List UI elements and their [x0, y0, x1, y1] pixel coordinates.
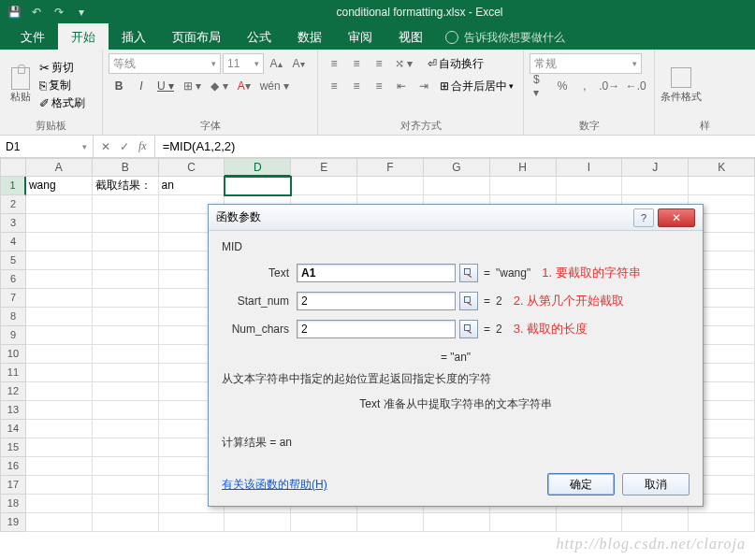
row-header-6[interactable]: 6 — [0, 270, 26, 289]
cell-A10[interactable] — [26, 345, 93, 364]
col-header-K[interactable]: K — [689, 158, 755, 177]
row-header-16[interactable]: 16 — [0, 457, 26, 476]
name-box[interactable]: D1▾ — [0, 136, 94, 157]
dialog-titlebar[interactable]: 函数参数 ? ✕ — [209, 205, 703, 231]
cell-B17[interactable] — [93, 476, 159, 495]
bold-button[interactable]: B — [109, 76, 129, 96]
save-icon[interactable]: 💾 — [6, 4, 22, 21]
phonetic-button[interactable]: wén ▾ — [256, 76, 293, 96]
cell-A1[interactable]: wang — [26, 177, 93, 195]
cell-B4[interactable] — [93, 233, 159, 251]
conditional-format-button[interactable]: 条件格式 — [661, 67, 702, 104]
undo-icon[interactable]: ↶ — [28, 4, 45, 21]
row-header-10[interactable]: 10 — [0, 345, 26, 364]
cell-H1[interactable] — [490, 177, 557, 195]
decrease-indent-button[interactable]: ⇤ — [391, 76, 412, 96]
qat-customize-icon[interactable]: ▾ — [73, 4, 90, 21]
tab-review[interactable]: 审阅 — [335, 23, 385, 50]
tab-layout[interactable]: 页面布局 — [159, 23, 234, 50]
cell-E19[interactable] — [291, 513, 357, 532]
align-middle-button[interactable]: ≡ — [346, 53, 367, 74]
increase-font-button[interactable]: A▴ — [266, 53, 286, 74]
cell-G19[interactable] — [424, 513, 490, 532]
currency-button[interactable]: $ ▾ — [530, 76, 550, 96]
cell-B9[interactable] — [93, 326, 159, 345]
cell-B19[interactable] — [93, 513, 159, 532]
align-center-button[interactable]: ≡ — [346, 76, 367, 96]
cell-F19[interactable] — [357, 513, 424, 532]
row-header-11[interactable]: 11 — [0, 364, 26, 382]
cell-A7[interactable] — [26, 289, 93, 308]
cell-B12[interactable] — [93, 382, 159, 401]
cell-A3[interactable] — [26, 214, 93, 233]
increase-decimal-button[interactable]: .0→ — [597, 76, 622, 96]
param-input-Num_chars[interactable] — [297, 320, 456, 338]
cell-A15[interactable] — [26, 438, 93, 457]
cell-G1[interactable] — [424, 177, 490, 195]
merge-button[interactable]: ⊞合并后居中▾ — [440, 79, 514, 94]
cell-I19[interactable] — [557, 513, 623, 532]
row-header-17[interactable]: 17 — [0, 476, 26, 495]
cell-A14[interactable] — [26, 420, 93, 438]
select-all-corner[interactable] — [0, 158, 26, 177]
formula-input[interactable]: =MID(A1,2,2) — [155, 136, 755, 157]
cell-I1[interactable] — [557, 177, 623, 195]
font-size-select[interactable]: 11▾ — [223, 53, 264, 74]
underline-button[interactable]: U ▾ — [153, 76, 178, 96]
cell-B8[interactable] — [93, 308, 159, 326]
percent-button[interactable]: % — [552, 76, 573, 96]
row-header-9[interactable]: 9 — [0, 326, 26, 345]
cell-A19[interactable] — [26, 513, 93, 532]
enter-formula-icon[interactable]: ✓ — [120, 140, 129, 153]
cell-A2[interactable] — [26, 195, 93, 214]
row-header-18[interactable]: 18 — [0, 495, 26, 513]
comma-button[interactable]: , — [574, 76, 595, 96]
col-header-H[interactable]: H — [490, 158, 557, 177]
cell-C19[interactable] — [159, 513, 225, 532]
cell-A4[interactable] — [26, 233, 93, 251]
orientation-button[interactable]: ⤭ ▾ — [391, 53, 416, 74]
col-header-C[interactable]: C — [159, 158, 225, 177]
cell-A6[interactable] — [26, 270, 93, 289]
decrease-font-button[interactable]: A▾ — [288, 53, 309, 74]
col-header-I[interactable]: I — [557, 158, 623, 177]
tab-view[interactable]: 视图 — [385, 23, 436, 50]
align-right-button[interactable]: ≡ — [369, 76, 389, 96]
col-header-J[interactable]: J — [622, 158, 689, 177]
cell-B16[interactable] — [93, 457, 159, 476]
tell-me[interactable]: 告诉我你想要做什么 — [445, 23, 565, 50]
align-top-button[interactable]: ≡ — [324, 53, 344, 74]
decrease-decimal-button[interactable]: ←.0 — [624, 76, 649, 96]
range-selector-button[interactable] — [459, 292, 478, 310]
border-button[interactable]: ⊞ ▾ — [180, 76, 205, 96]
ok-button[interactable]: 确定 — [547, 473, 615, 495]
copy-button[interactable]: 复制 — [39, 78, 85, 93]
cell-A13[interactable] — [26, 401, 93, 420]
align-left-button[interactable]: ≡ — [324, 76, 344, 96]
cell-B13[interactable] — [93, 401, 159, 420]
tab-file[interactable]: 文件 — [7, 23, 58, 50]
tab-home[interactable]: 开始 — [58, 23, 109, 50]
cell-B15[interactable] — [93, 438, 159, 457]
cell-B14[interactable] — [93, 420, 159, 438]
range-selector-button[interactable] — [459, 264, 478, 282]
font-color-button[interactable]: A ▾ — [234, 76, 254, 96]
row-header-13[interactable]: 13 — [0, 401, 26, 420]
cancel-button[interactable]: 取消 — [622, 473, 690, 495]
cell-C1[interactable]: an — [159, 177, 225, 195]
fill-color-button[interactable]: ◆ ▾ — [207, 76, 231, 96]
cell-H19[interactable] — [490, 513, 557, 532]
col-header-B[interactable]: B — [93, 158, 159, 177]
dialog-close-button[interactable]: ✕ — [658, 208, 695, 227]
font-name-select[interactable]: 等线▾ — [109, 53, 221, 74]
row-header-14[interactable]: 14 — [0, 420, 26, 438]
col-header-D[interactable]: D — [225, 158, 291, 177]
cell-A16[interactable] — [26, 457, 93, 476]
cell-B6[interactable] — [93, 270, 159, 289]
col-header-A[interactable]: A — [26, 158, 93, 177]
cancel-formula-icon[interactable]: ✕ — [101, 140, 110, 153]
function-help-link[interactable]: 有关该函数的帮助(H) — [222, 477, 327, 493]
row-header-8[interactable]: 8 — [0, 308, 26, 326]
cell-A9[interactable] — [26, 326, 93, 345]
range-selector-button[interactable] — [459, 320, 478, 338]
